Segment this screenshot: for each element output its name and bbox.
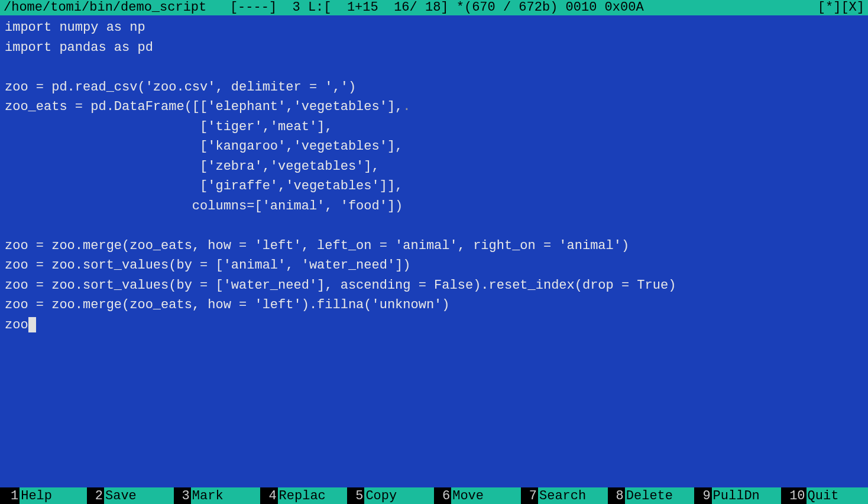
code-line[interactable]: columns=['animal', 'food'])	[5, 196, 863, 217]
function-key-number: 6	[434, 489, 451, 503]
function-key-number: 10	[781, 489, 806, 503]
function-key-label: Copy	[364, 487, 434, 504]
code-line[interactable]: import pandas as pd	[5, 38, 863, 58]
function-key-quit[interactable]: 10Quit	[781, 487, 868, 504]
code-line[interactable]	[5, 216, 863, 236]
code-line[interactable]: zoo = zoo.merge(zoo_eats, how = 'left', …	[5, 236, 863, 256]
titlebar-spacer	[277, 0, 292, 15]
function-key-number: 2	[87, 489, 104, 503]
code-line[interactable]: ['giraffe','vegetables']],	[5, 176, 863, 196]
code-line[interactable]: ['kangaroo','vegetables'],	[5, 137, 863, 157]
titlebar-buttons[interactable]: [*][X]	[818, 0, 864, 15]
code-line[interactable]: import numpy as np	[5, 18, 863, 38]
editor-pane[interactable]: import numpy as npimport pandas as pdzoo…	[0, 15, 868, 487]
code-line[interactable]: ['zebra','vegetables'],	[5, 157, 863, 177]
function-key-label: Move	[451, 487, 521, 504]
function-key-copy[interactable]: 5Copy	[347, 487, 434, 504]
function-key-number: 9	[694, 489, 711, 503]
text-cursor	[28, 317, 36, 332]
function-key-number: 7	[521, 489, 538, 503]
title-bar: /home/tomi/bin/demo_script [----] 3 L:[ …	[0, 0, 868, 15]
function-key-label: PullDn	[712, 487, 782, 504]
function-key-label: Replac	[278, 487, 348, 504]
function-key-label: Search	[538, 487, 608, 504]
function-key-number: 1	[0, 489, 20, 503]
function-key-number: 4	[260, 489, 277, 503]
function-key-label: Quit	[807, 487, 868, 504]
function-key-delete[interactable]: 8Delete	[608, 487, 695, 504]
function-key-label: Help	[20, 487, 87, 504]
code-line[interactable]: zoo_eats = pd.DataFrame([['elephant','ve…	[5, 97, 863, 117]
function-key-move[interactable]: 6Move	[434, 487, 521, 504]
cursor-status: 3 L:[ 1+15 16/ 18] *(670 / 672b) 0010 0x…	[293, 0, 644, 15]
code-line[interactable]: zoo = zoo.sort_values(by = ['water_need'…	[5, 276, 863, 296]
code-line[interactable]: zoo = pd.read_csv('zoo.csv', delimiter =…	[5, 77, 863, 98]
code-line[interactable]: zoo = zoo.sort_values(by = ['animal', 'w…	[5, 256, 863, 276]
function-key-number: 8	[608, 489, 625, 503]
code-line[interactable]	[5, 57, 863, 77]
file-flags: [----]	[230, 0, 277, 15]
code-line[interactable]: zoo	[5, 315, 863, 335]
line-wrap-dot-icon: .	[403, 99, 410, 114]
code-line[interactable]: ['tiger','meat'],	[5, 117, 863, 137]
function-key-help[interactable]: 1Help	[0, 487, 87, 504]
function-key-bar: 1Help2Save3Mark4Replac5Copy6Move7Search8…	[0, 487, 868, 504]
function-key-save[interactable]: 2Save	[87, 487, 174, 504]
file-path: /home/tomi/bin/demo_script	[4, 0, 206, 15]
function-key-pulldn[interactable]: 9PullDn	[694, 487, 781, 504]
function-key-number: 5	[347, 489, 364, 503]
function-key-label: Save	[104, 487, 174, 504]
function-key-search[interactable]: 7Search	[521, 487, 608, 504]
titlebar-spacer	[644, 0, 818, 15]
function-key-label: Delete	[625, 487, 695, 504]
function-key-mark[interactable]: 3Mark	[174, 487, 261, 504]
function-key-number: 3	[174, 489, 191, 503]
function-key-replac[interactable]: 4Replac	[260, 487, 347, 504]
function-key-label: Mark	[191, 487, 261, 504]
code-line[interactable]: zoo = zoo.merge(zoo_eats, how = 'left').…	[5, 295, 863, 315]
titlebar-spacer	[206, 0, 230, 15]
